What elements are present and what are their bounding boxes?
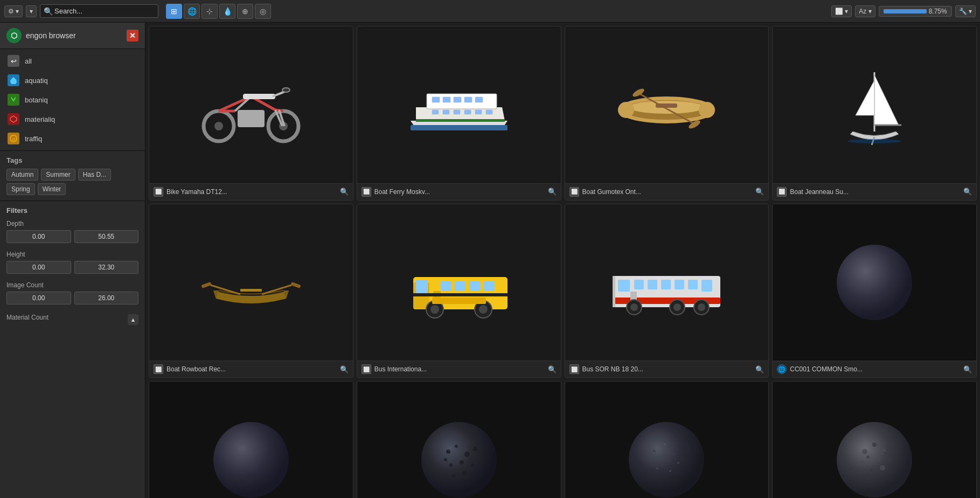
sidebar-item-aquatiq[interactable]: aquatiq [0,71,145,90]
asset-card-cc005[interactable]: 🌐 CC005 COMMON Por... 🔍 [357,381,561,498]
zoom-slider[interactable] [884,9,927,13]
height-min-input[interactable] [6,261,71,274]
asset-card-school-bus[interactable]: ⬜ Bus Internationa... 🔍 [357,204,561,378]
svg-point-83 [421,422,497,497]
svg-point-87 [460,460,464,465]
svg-point-109 [860,461,865,466]
asset-card-bike[interactable]: ⬜ Bike Yamaha DT12... 🔍 [149,26,353,200]
sidebar-item-traffiq[interactable]: ⊛ traffiq [0,129,145,148]
svg-point-89 [473,447,477,451]
mesh-icon-sailboat: ⬜ [777,187,787,197]
chevron-down-icon2: ▾ [30,8,33,15]
svg-rect-26 [454,110,460,114]
traffiq-nav-icon: ⊛ [8,133,19,144]
depth-max-input[interactable] [74,230,139,243]
search-asset-rowboat[interactable]: 🔍 [340,365,349,374]
asset-card-cc006[interactable]: 🌐 CC006 COMMON Gra... 🔍 [565,381,769,498]
world-view-button[interactable]: ⊕ [237,4,253,19]
material-count-expand-button[interactable]: ▲ [128,314,138,325]
tag-summer[interactable]: Summer [41,169,75,181]
svg-rect-24 [432,110,439,114]
dropdown-button[interactable]: ▾ [26,5,37,17]
svg-rect-72 [701,280,712,292]
target-view-button[interactable]: ◎ [255,4,271,19]
svg-rect-20 [443,97,450,102]
tag-autumn[interactable]: Autumn [6,169,38,181]
svg-rect-47 [201,282,211,288]
asset-card-cc001[interactable]: 🌐 CC001 COMMON Smo... 🔍 [772,204,977,378]
mesh-icon-boat-inflatable: ⬜ [569,187,579,197]
tags-wrap: Autumn Summer Has D... Spring Winter [6,169,138,195]
height-max-input[interactable] [74,261,139,274]
asset-grid-area: ⬜ Bike Yamaha DT12... 🔍 [145,23,980,498]
materialiq-nav-icon [8,113,19,125]
svg-point-112 [884,452,887,455]
svg-point-75 [630,303,638,311]
asset-card-rowboat[interactable]: ⬜ Boat Rowboat Rec... 🔍 [149,204,353,378]
image-count-max-input[interactable] [74,292,139,305]
asset-name-boat-inflatable: Boat Gumotex Ont... [582,188,753,196]
tag-spring[interactable]: Spring [6,183,35,195]
svg-rect-67 [634,280,644,289]
sidebar-item-botaniq[interactable]: botaniq [0,90,145,109]
tag-winter[interactable]: Winter [38,183,66,195]
sort-button[interactable]: Az ▾ [855,5,875,17]
sidebar-item-all[interactable]: ↩ all [0,51,145,71]
asset-card-cc002[interactable]: 🌐 CC002 COMMON Smo... 🔍 [149,381,353,498]
asset-card-city-bus[interactable]: ⬜ Bus SOR NB 18 20... 🔍 [565,204,769,378]
asset-thumb-boat-inflatable [565,26,769,183]
search-asset-bike[interactable]: 🔍 [340,188,349,196]
svg-point-82 [213,422,289,497]
svg-rect-13 [238,110,265,127]
tag-hasd[interactable]: Has D... [78,169,111,181]
svg-rect-70 [675,280,684,289]
toolbar-right: ⬜ ▾ Az ▾ 8.75% 🔧 ▾ [831,5,976,17]
svg-point-60 [430,305,439,314]
asset-card-sailboat[interactable]: ⬜ Boat Jeanneau Su... 🔍 [772,26,977,200]
svg-point-91 [452,474,455,478]
rename-button[interactable]: ⬜ ▾ [831,5,852,17]
asset-card-boat-inflatable[interactable]: ⬜ Boat Gumotex Ont... 🔍 [565,26,769,200]
sidebar-item-materialiq[interactable]: materialiq [0,109,145,129]
asset-card-cc007[interactable]: 🌐 CC007 COMMON Spo... 🔍 [772,381,977,498]
cursor-view-button[interactable]: ⊹ [201,4,218,19]
search-asset-boat-inflatable[interactable]: 🔍 [755,188,764,196]
svg-point-103 [862,449,867,454]
close-button[interactable]: ✕ [127,30,138,42]
asset-footer-bike: ⬜ Bike Yamaha DT12... 🔍 [149,183,353,200]
search-asset-school-bus[interactable]: 🔍 [548,365,557,374]
search-asset-sailboat[interactable]: 🔍 [963,188,972,196]
tags-title: Tags [6,156,138,164]
svg-rect-68 [648,280,657,289]
asset-thumb-cc006 [565,382,769,498]
wrench-button[interactable]: 🔧 ▾ [955,5,976,17]
search-asset-boat-ferry[interactable]: 🔍 [548,188,557,196]
asset-name-school-bus: Bus Internationa... [374,365,545,373]
chevron-down-icon: ▾ [16,8,19,15]
depth-min-input[interactable] [6,230,71,243]
asset-card-boat-ferry[interactable]: ⬜ Boat Ferry Moskv... 🔍 [357,26,561,200]
asset-footer-sailboat: ⬜ Boat Jeanneau Su... 🔍 [773,183,976,200]
image-count-header: Image Count [6,281,138,292]
grid-view-button[interactable]: ⊞ [166,4,182,19]
search-input[interactable] [40,4,158,18]
svg-rect-66 [618,280,630,292]
svg-point-107 [880,465,885,471]
settings-button[interactable]: ⚙ ▾ [4,5,23,17]
svg-rect-54 [455,281,465,291]
asset-footer-cc001: 🌐 CC001 COMMON Smo... 🔍 [773,361,976,377]
svg-point-108 [870,468,874,473]
asset-thumb-sailboat [773,26,976,183]
search-icon: 🔍 [44,7,53,16]
svg-rect-52 [416,280,428,293]
globe-view-button[interactable]: 🌐 [184,4,200,19]
svg-point-90 [471,464,474,467]
search-asset-cc001[interactable]: 🔍 [963,365,972,374]
image-count-min-input[interactable] [6,292,71,305]
svg-rect-27 [464,110,471,114]
asset-name-bike: Bike Yamaha DT12... [166,188,337,196]
search-asset-city-bus[interactable]: 🔍 [755,365,764,374]
material-view-button[interactable]: 💧 [219,4,235,19]
depth-filter: Depth [6,220,138,243]
svg-point-86 [464,452,470,457]
